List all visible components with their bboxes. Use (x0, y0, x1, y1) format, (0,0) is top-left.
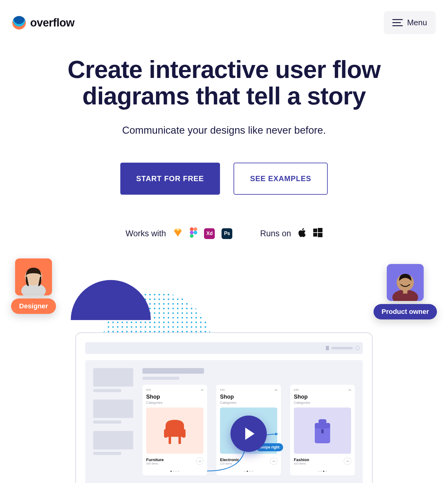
svg-point-11 (190, 234, 194, 238)
avatar (387, 264, 424, 301)
svg-rect-14 (313, 233, 317, 237)
figma-icon (190, 227, 197, 240)
svg-rect-26 (315, 423, 330, 428)
svg-point-8 (194, 227, 197, 231)
mock-sidebar (93, 368, 133, 481)
svg-rect-28 (321, 429, 324, 433)
hero-subheadline: Communicate your designs like never befo… (12, 124, 436, 136)
logo-icon (12, 16, 26, 30)
arrow-right-icon: → (344, 457, 351, 465)
svg-point-9 (190, 231, 194, 234)
mock-screen-fashion: 9:41••• Shop Categories Fashion423 items… (290, 385, 355, 476)
persona-designer-badge: Designer (11, 298, 56, 314)
svg-point-7 (190, 227, 194, 231)
mock-toolbar (85, 342, 363, 354)
persona-designer: Designer (11, 258, 56, 314)
svg-rect-27 (318, 419, 326, 424)
sketch-icon (173, 227, 183, 240)
play-button[interactable] (230, 416, 267, 452)
logo[interactable]: overflow (12, 16, 74, 30)
svg-marker-29 (275, 432, 278, 436)
hero-headline: Create interactive user flow diagrams th… (12, 56, 436, 110)
decorative-semicircle (71, 280, 151, 320)
persona-product-owner: Product owner (374, 264, 437, 319)
menu-label: Menu (407, 18, 427, 27)
windows-icon (313, 228, 322, 239)
adobe-xd-icon: Xd (204, 228, 215, 239)
mock-screen-furniture: 9:41••• Shop Categories Furniture345 ite… (142, 385, 207, 476)
svg-rect-12 (313, 229, 317, 232)
product-window: 9:41••• Shop Categories Furniture345 ite… (75, 332, 373, 483)
svg-rect-21 (164, 429, 168, 438)
see-examples-button[interactable]: SEE EXAMPLES (234, 163, 328, 195)
svg-marker-5 (174, 230, 182, 236)
photoshop-icon: Ps (222, 228, 232, 239)
apple-icon (298, 228, 306, 240)
avatar (15, 258, 52, 295)
svg-rect-13 (318, 228, 322, 232)
logo-text: overflow (30, 16, 74, 29)
start-for-free-button[interactable]: START FOR FREE (120, 163, 220, 195)
menu-button[interactable]: Menu (384, 11, 436, 34)
svg-rect-22 (182, 429, 186, 438)
runs-on-label: Runs on (260, 229, 291, 238)
svg-rect-20 (403, 289, 407, 294)
works-with-label: Works with (126, 229, 166, 238)
persona-product-owner-badge: Product owner (374, 304, 437, 319)
hamburger-icon (392, 19, 403, 26)
svg-point-10 (194, 231, 197, 234)
svg-rect-15 (318, 233, 322, 237)
